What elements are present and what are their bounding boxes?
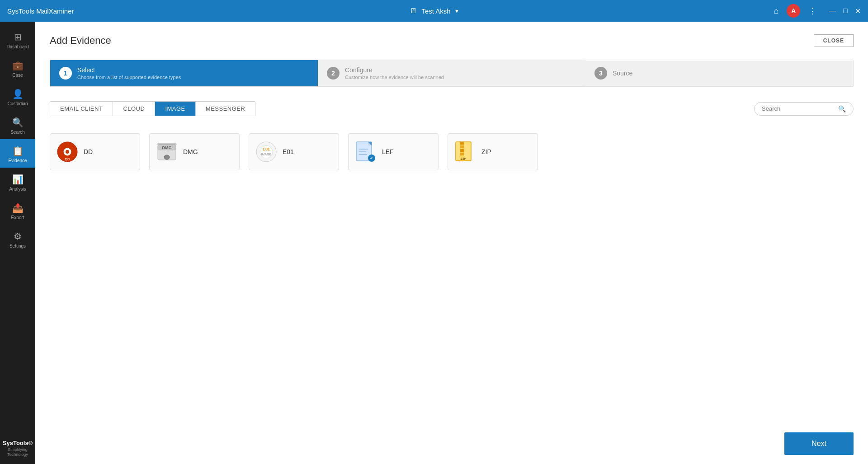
next-button[interactable]: Next [784,432,854,455]
lef-label: LEF [382,148,394,155]
close-button[interactable]: CLOSE [814,34,854,47]
e01-icon: E01 IMAGE [255,141,277,163]
lef-icon: ✓ [355,141,377,163]
svg-point-2 [66,150,69,154]
evidence-item-dd[interactable]: DD DD [50,133,140,170]
tab-messenger[interactable]: MESSENGER [196,102,255,116]
tabs-row: EMAIL CLIENT CLOUD IMAGE MESSENGER 🔍 [50,101,854,116]
evidence-grid: DD DD DMG DMG [50,129,854,175]
dmg-label: DMG [183,148,198,155]
minimize-button[interactable]: — [829,7,836,15]
sidebar-label-custodian: Custodian [7,101,28,106]
sidebar-item-case[interactable]: 💼 Case [0,54,35,82]
sidebar-item-evidence[interactable]: 📋 Evidence [0,139,35,168]
step-2-number: 2 [327,67,340,80]
svg-rect-23 [460,149,464,152]
evidence-icon: 📋 [12,145,24,156]
titlebar-actions: ⌂ A ⋮ — □ ✕ [774,4,861,18]
titlebar-center: 🖥 Test Aksh ▾ [410,7,458,15]
dropdown-icon[interactable]: ▾ [455,7,458,14]
logo-text: SysTools® [0,440,35,447]
titlebar: SysTools MailXaminer 🖥 Test Aksh ▾ ⌂ A ⋮… [0,0,868,22]
sidebar-item-settings[interactable]: ⚙ Settings [0,225,35,253]
app-name: SysTools MailXaminer [7,7,74,15]
step-1-subtitle: Choose from a list of supported evidence… [77,75,181,80]
evidence-item-lef[interactable]: ✓ LEF [348,133,439,170]
dashboard-icon: ⊞ [14,32,22,42]
window-controls: — □ ✕ [829,7,861,15]
step-1-info: Select Choose from a list of supported e… [77,66,181,80]
step-2-subtitle: Customize how the evidence will be scann… [345,75,444,80]
tab-cloud[interactable]: CLOUD [113,102,155,116]
dd-icon: DD [57,141,78,163]
dd-label: DD [84,148,93,155]
dmg-icon: DMG [156,141,178,163]
svg-text:DD: DD [65,157,70,161]
svg-text:ZIP: ZIP [461,157,467,161]
sidebar-item-custodian[interactable]: 👤 Custodian [0,82,35,111]
search-sidebar-icon: 🔍 [12,117,24,128]
svg-point-7 [164,155,170,159]
app-body: ⊞ Dashboard 💼 Case 👤 Custodian 🔍 Search … [0,22,868,464]
step-1-number: 1 [59,67,72,80]
sidebar-item-search[interactable]: 🔍 Search [0,111,35,139]
step-3-title: Source [613,70,632,77]
stepper: 1 Select Choose from a list of supported… [50,60,854,87]
user-avatar[interactable]: A [787,4,800,18]
logo-subtext: Simplifying Technology [0,447,35,458]
page-title: Add Evidence [50,35,111,47]
sidebar-label-evidence: Evidence [8,158,27,163]
tab-image[interactable]: IMAGE [155,102,195,116]
settings-icon: ⚙ [14,231,22,242]
close-window-button[interactable]: ✕ [855,7,861,15]
sidebar-item-dashboard[interactable]: ⊞ Dashboard [0,25,35,54]
step-3-number: 3 [594,67,607,80]
evidence-item-e01[interactable]: E01 IMAGE E01 [249,133,339,170]
step-1: 1 Select Choose from a list of supported… [50,60,318,86]
svg-rect-24 [460,153,464,155]
step-2: 2 Configure Customize how the evidence w… [318,60,585,86]
maximize-button[interactable]: □ [843,7,848,15]
zip-label: ZIP [481,148,491,155]
sidebar: ⊞ Dashboard 💼 Case 👤 Custodian 🔍 Search … [0,22,35,464]
search-box: 🔍 [754,102,854,116]
tab-email-client[interactable]: EMAIL CLIENT [50,102,113,116]
zip-icon: ZIP [454,141,476,163]
svg-text:E01: E01 [263,147,270,151]
bottom-bar: Next [50,423,854,455]
step-1-title: Select [77,66,181,74]
e01-label: E01 [283,148,294,155]
sidebar-label-case: Case [12,73,23,78]
svg-text:✓: ✓ [370,156,373,160]
sidebar-item-analysis[interactable]: 📊 Analysis [0,168,35,196]
tabs: EMAIL CLIENT CLOUD IMAGE MESSENGER [50,101,255,116]
svg-text:DMG: DMG [162,145,172,150]
main-header: Add Evidence CLOSE [50,34,854,47]
step-2-info: Configure Customize how the evidence wil… [345,66,444,80]
svg-text:IMAGE: IMAGE [261,153,272,156]
step-3: 3 Source [585,61,853,86]
home-icon[interactable]: ⌂ [774,6,778,16]
window-icon: 🖥 [410,7,417,15]
menu-icon[interactable]: ⋮ [808,6,817,16]
sidebar-label-settings: Settings [9,244,26,248]
sidebar-label-search: Search [10,130,25,135]
step-3-info: Source [613,70,632,77]
sidebar-logo: SysTools® Simplifying Technology [0,433,35,464]
sidebar-label-analysis: Analysis [9,187,26,192]
analysis-icon: 📊 [12,174,24,185]
evidence-item-dmg[interactable]: DMG DMG [149,133,240,170]
sidebar-label-dashboard: Dashboard [7,44,29,49]
search-icon: 🔍 [838,105,846,112]
svg-rect-22 [460,145,464,148]
step-2-title: Configure [345,66,444,74]
search-input[interactable] [762,105,835,112]
svg-rect-21 [460,142,464,145]
window-title: Test Aksh [421,7,450,15]
evidence-item-zip[interactable]: ZIP ZIP [448,133,538,170]
export-icon: 📤 [12,202,24,213]
case-icon: 💼 [12,60,24,71]
sidebar-label-export: Export [11,215,24,220]
custodian-icon: 👤 [12,89,24,99]
sidebar-item-export[interactable]: 📤 Export [0,196,35,225]
